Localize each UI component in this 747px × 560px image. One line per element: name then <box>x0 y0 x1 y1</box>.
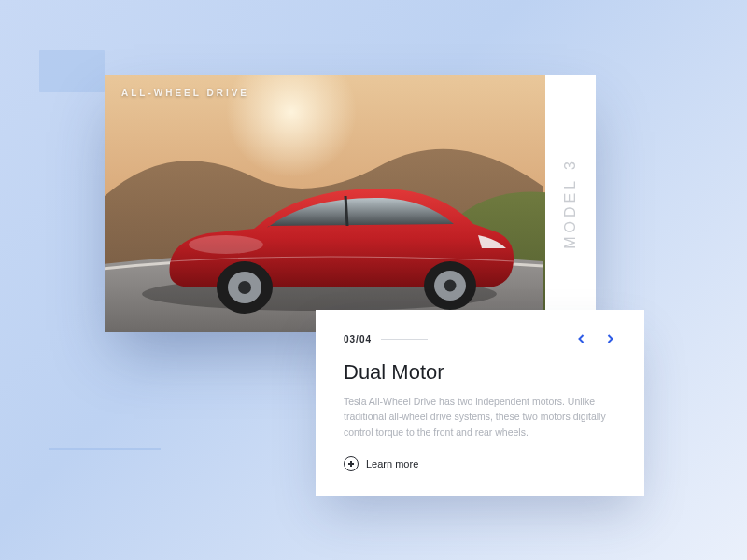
hero-overlay-label: ALL-WHEEL DRIVE <box>121 88 249 98</box>
chevron-right-icon <box>605 330 614 347</box>
prev-button[interactable] <box>575 332 588 345</box>
plus-circle-icon <box>344 456 359 471</box>
svg-point-5 <box>238 281 251 294</box>
card-counter-group: 03/04 <box>344 334 428 344</box>
model-label: MODEL 3 <box>562 158 579 249</box>
bg-accent-block <box>39 50 105 92</box>
next-button[interactable] <box>603 332 616 345</box>
svg-point-8 <box>444 280 457 292</box>
slide-counter: 03/04 <box>344 334 372 344</box>
hero-card: ALL-WHEEL DRIVE MODEL 3 <box>105 75 596 332</box>
learn-more-button[interactable]: Learn more <box>344 456 418 471</box>
feature-description: Tesla All-Wheel Drive has two independen… <box>344 394 616 440</box>
hero-image <box>105 75 596 332</box>
feature-title: Dual Motor <box>344 360 616 385</box>
feature-card: 03/04 Dual Motor Tesla All-Wheel Drive h… <box>316 310 644 496</box>
nav-arrows <box>575 332 616 345</box>
learn-more-label: Learn more <box>366 458 418 469</box>
hero-sidebar: MODEL 3 <box>545 75 596 332</box>
svg-point-9 <box>189 235 263 254</box>
card-header: 03/04 <box>344 332 616 345</box>
bg-accent-line <box>49 448 161 450</box>
progress-line <box>381 339 428 340</box>
chevron-left-icon <box>577 330 586 347</box>
